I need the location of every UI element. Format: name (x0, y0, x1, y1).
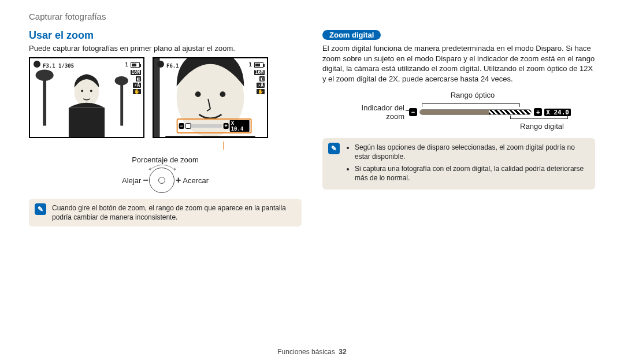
zoom-minus-icon: − (409, 108, 417, 116)
svg-point-2 (36, 69, 54, 80)
mode-icon: ◧ (259, 76, 265, 81)
svg-rect-10 (154, 58, 160, 137)
zoom-bar: − + X 10.4 (177, 118, 252, 133)
note-icon: ✎ (328, 143, 340, 154)
zoom-dial-icon: −+ (149, 168, 174, 193)
shot-count: 1 (125, 62, 128, 68)
dial-right-label: Acercar (183, 176, 209, 185)
photo-illustration-wide (30, 58, 143, 137)
optic-range-fill (420, 110, 489, 114)
zoom-indicator-label: Indicador del zoom (347, 103, 404, 121)
zoom-range-diagram: Rango óptico Indicador del zoom − + X 24… (322, 91, 595, 131)
zoom-track (419, 109, 532, 115)
svg-point-7 (81, 90, 83, 92)
zoom-max-value: X 24.0 (544, 109, 571, 116)
note-box: ✎ Cuando gire el botón de zoom, el rango… (29, 199, 302, 226)
resolution-badge: 16M (131, 70, 141, 75)
zoom-dial-diagram: Alejar −+ Acercar (29, 168, 302, 193)
svg-point-14 (220, 91, 226, 97)
left-column: Usar el zoom Puede capturar fotografías … (29, 29, 302, 226)
digital-zoom-heading: Zoom digital (322, 30, 381, 40)
footer-page-number: 32 (339, 348, 346, 356)
digital-range-label: Rango digital (507, 122, 577, 131)
battery-icon (254, 62, 263, 68)
svg-point-13 (195, 91, 201, 97)
battery-icon (131, 62, 140, 68)
leader-line (223, 142, 224, 150)
exposure-readout: F6.1 1/105 (166, 63, 198, 69)
optic-range-label: Rango óptico (438, 91, 507, 99)
note-box: ✎ Según las opciones de disparo seleccio… (322, 138, 595, 190)
exposure-readout: F3.1 1/305 (43, 63, 74, 69)
lead-text: Puede capturar fotografías en primer pla… (29, 44, 302, 53)
digital-bracket (510, 118, 568, 119)
svg-point-4 (115, 76, 128, 86)
optic-bracket (422, 103, 520, 104)
resolution-badge: 16M (254, 70, 265, 75)
zoom-value: X 10.4 (230, 120, 250, 132)
zoom-plus-icon: + (534, 108, 542, 116)
svg-rect-6 (69, 107, 105, 137)
note-item: Si captura una fotografía con el zoom di… (355, 164, 589, 183)
zoom-plus-icon: + (224, 123, 229, 129)
svg-point-8 (90, 90, 92, 92)
mode-icon: ◧ (136, 76, 141, 81)
right-column: Zoom digital El zoom digital funciona de… (322, 29, 595, 226)
note-icon: ✎ (35, 203, 46, 215)
svg-rect-12 (165, 136, 255, 137)
digital-zoom-paragraph: El zoom digital funciona de manera prede… (322, 43, 595, 84)
stabilize-icon: ✋ (257, 89, 265, 94)
svg-rect-3 (120, 81, 123, 126)
stabilize-icon: ✋ (133, 89, 141, 94)
breadcrumb: Capturar fotografías (29, 12, 595, 21)
section-title: Usar el zoom (29, 29, 302, 42)
page-footer: Funciones básicas 32 (0, 348, 624, 356)
shot-count: 1 (249, 62, 252, 68)
camera-screen-wide: F3.1 1/305 1 16M ◧ ⚡A ✋ (29, 57, 144, 138)
note-text: Cuando gire el botón de zoom, el rango d… (52, 203, 296, 222)
camera-screen-zoomed: F6.1 1/105 1 16M ◧ ⚡A ✋ − + X 10.4 (153, 57, 268, 138)
zoom-minus-icon: − (179, 123, 184, 129)
dial-left-label: Alejar (122, 176, 141, 185)
flash-icon: ⚡A (133, 83, 141, 88)
svg-rect-1 (43, 75, 46, 125)
digital-range-fill (489, 110, 531, 114)
note-item: Según las opciones de disparo selecciona… (355, 143, 589, 161)
flash-icon: ⚡A (257, 83, 265, 88)
note-list: Según las opciones de disparo selecciona… (355, 143, 589, 185)
footer-section: Funciones básicas (277, 348, 335, 356)
